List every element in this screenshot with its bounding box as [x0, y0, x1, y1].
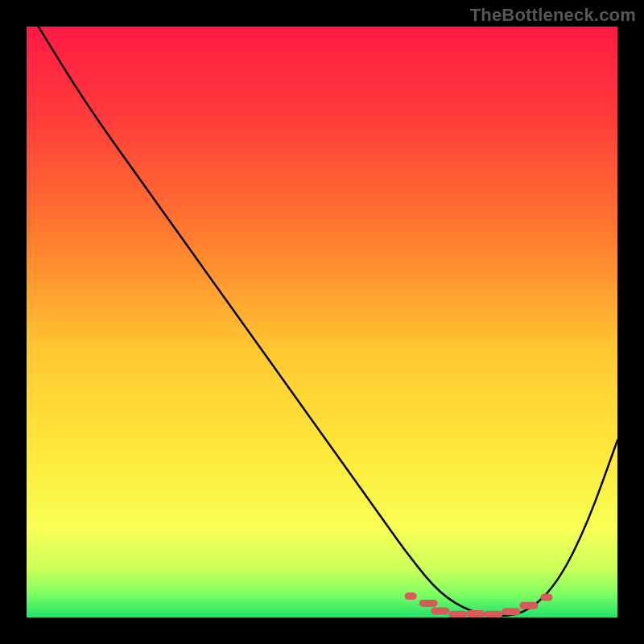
stage: TheBottleneck.com [0, 0, 644, 644]
chart-plot-area [27, 27, 617, 617]
chart-overlay [27, 27, 617, 617]
attribution-label: TheBottleneck.com [470, 5, 636, 26]
valley-markers [408, 597, 549, 615]
bottleneck-curve [39, 27, 617, 616]
